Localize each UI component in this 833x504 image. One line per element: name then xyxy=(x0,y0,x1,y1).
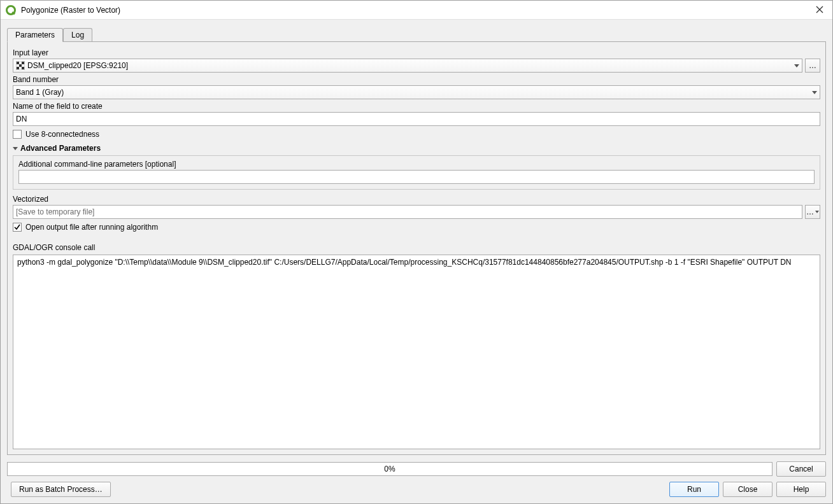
input-layer-value: DSM_clipped20 [EPSG:9210] xyxy=(27,61,128,70)
close-icon[interactable] xyxy=(812,5,827,15)
label-vectorized: Vectorized xyxy=(13,195,820,204)
svg-rect-3 xyxy=(17,62,19,64)
label-band-number: Band number xyxy=(13,75,820,84)
chevron-down-icon xyxy=(794,64,799,67)
chevron-down-icon xyxy=(815,211,819,213)
band-number-combo[interactable]: Band 1 (Gray) xyxy=(13,85,820,99)
additional-params-input[interactable] xyxy=(18,170,815,184)
cancel-button[interactable]: Cancel xyxy=(776,461,826,477)
close-button[interactable]: Close xyxy=(723,482,772,497)
dialog-window: Polygonize (Raster to Vector) Parameters… xyxy=(0,0,833,504)
band-number-value: Band 1 (Gray) xyxy=(16,88,64,97)
svg-rect-7 xyxy=(22,67,24,69)
window-title: Polygonize (Raster to Vector) xyxy=(21,6,812,15)
chevron-down-icon xyxy=(13,147,18,150)
tab-strip: Parameters Log xyxy=(7,26,826,41)
console-call-text[interactable]: python3 -m gdal_polygonize "D:\\Temp\\da… xyxy=(13,255,820,449)
progress-value: 0% xyxy=(384,465,395,473)
svg-rect-4 xyxy=(22,62,24,64)
titlebar: Polygonize (Raster to Vector) xyxy=(1,1,832,20)
svg-rect-6 xyxy=(17,67,19,69)
field-name-input[interactable] xyxy=(13,112,820,126)
raster-layer-icon xyxy=(16,61,25,70)
input-layer-browse-button[interactable]: … xyxy=(805,59,820,73)
dialog-body: Parameters Log Input layer DSM_clipped20… xyxy=(1,20,832,503)
bottom-bar: 0% Cancel Run as Batch Process… Run Clos… xyxy=(7,455,826,497)
tab-panel-parameters: Input layer DSM_clipped20 [EPSG:9210] … … xyxy=(7,41,826,455)
help-button[interactable]: Help xyxy=(776,482,826,497)
open-output-checkbox[interactable] xyxy=(13,223,22,232)
svg-rect-5 xyxy=(19,64,22,67)
advanced-parameters-label: Advanced Parameters xyxy=(20,144,101,153)
vectorized-placeholder: [Save to temporary file] xyxy=(16,207,94,216)
label-input-layer: Input layer xyxy=(13,48,820,57)
input-layer-combo[interactable]: DSM_clipped20 [EPSG:9210] xyxy=(13,59,802,73)
app-icon xyxy=(6,4,17,16)
label-field-name: Name of the field to create xyxy=(13,102,820,111)
vectorized-output-input[interactable]: [Save to temporary file] xyxy=(13,205,802,219)
use-8-connectedness-label: Use 8-connectedness xyxy=(25,130,99,139)
tab-log[interactable]: Log xyxy=(63,28,92,41)
vectorized-output-menu-button[interactable]: … xyxy=(805,205,820,219)
progress-bar: 0% xyxy=(7,462,772,476)
use-8-connectedness-checkbox[interactable] xyxy=(13,130,22,139)
chevron-down-icon xyxy=(812,91,817,94)
open-output-label: Open output file after running algorithm xyxy=(25,223,158,232)
label-console-call: GDAL/OGR console call xyxy=(13,243,820,252)
ellipsis-icon: … xyxy=(806,207,814,216)
tab-parameters[interactable]: Parameters xyxy=(7,28,63,42)
advanced-parameters-group: Additional command-line parameters [opti… xyxy=(13,155,820,190)
run-batch-button[interactable]: Run as Batch Process… xyxy=(11,482,111,497)
advanced-parameters-toggle[interactable]: Advanced Parameters xyxy=(13,144,820,153)
label-additional-params: Additional command-line parameters [opti… xyxy=(18,160,815,169)
run-button[interactable]: Run xyxy=(669,482,719,497)
